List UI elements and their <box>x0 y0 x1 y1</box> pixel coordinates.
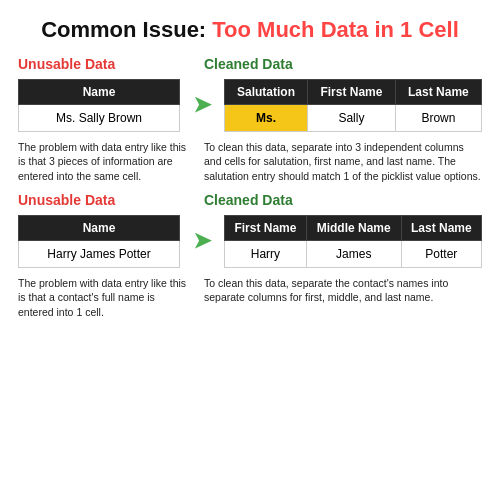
section2-cleaned-desc: To clean this data, separate the contact… <box>204 276 482 305</box>
section1-arrow: ➤ <box>188 92 216 118</box>
divider <box>18 184 482 192</box>
section2-cleaned-col-lastname: Last Name <box>401 215 481 240</box>
section1-cleaned-col-lastname: Last Name <box>395 79 481 104</box>
section1-unusable-cell-name: Ms. Sally Brown <box>19 104 180 131</box>
section2-cleaned-col-firstname: First Name <box>225 215 307 240</box>
section2-cleaned-label: Cleaned Data <box>204 192 482 208</box>
section2-unusable-desc-block: The problem with data entry like this is… <box>18 271 190 320</box>
section1-unusable-table-wrap: Name Ms. Sally Brown <box>18 79 180 132</box>
section2-desc-row: The problem with data entry like this is… <box>18 271 482 320</box>
section2-unusable-label: Unusable Data <box>18 192 190 208</box>
section1-cleaned-cell-firstname: Sally <box>308 104 396 131</box>
section2-arrow: ➤ <box>188 228 216 254</box>
section2-unusable-table-wrap: Name Harry James Potter <box>18 215 180 268</box>
section2-unusable-desc: The problem with data entry like this is… <box>18 276 190 320</box>
section1-cleaned-label-block: Cleaned Data <box>204 56 482 77</box>
section2-cleaned-cell-firstname: Harry <box>225 240 307 267</box>
section1-unusable-desc-block: The problem with data entry like this is… <box>18 135 190 184</box>
section2-unusable-label-block: Unusable Data <box>18 192 190 213</box>
section1-cleaned-label: Cleaned Data <box>204 56 482 72</box>
section2-cleaned-col-middlename: Middle Name <box>306 215 401 240</box>
title-prefix: Common Issue: <box>41 17 212 42</box>
section2-table-row: Name Harry James Potter ➤ First Name <box>18 215 482 268</box>
section2-cleaned-cell-lastname: Potter <box>401 240 481 267</box>
section1-table-row: Name Ms. Sally Brown ➤ Salutation <box>18 79 482 132</box>
section1-cleaned-col-firstname: First Name <box>308 79 396 104</box>
section2-labels: Unusable Data Cleaned Data <box>18 192 482 213</box>
section1-cleaned-table-wrap: Salutation First Name Last Name Ms. Sall… <box>224 79 482 132</box>
section1-cleaned-cell-lastname: Brown <box>395 104 481 131</box>
section1-unusable-col-name: Name <box>19 79 180 104</box>
section1-unusable-label-block: Unusable Data <box>18 56 190 77</box>
section2-cleaned-label-block: Cleaned Data <box>204 192 482 213</box>
section1-cleaned-col-salutation: Salutation <box>225 79 308 104</box>
section1-unusable-table: Name Ms. Sally Brown <box>18 79 180 132</box>
section2-cleaned-table: First Name Middle Name Last Name Harry J… <box>224 215 482 268</box>
page-title: Common Issue: Too Much Data in 1 Cell <box>18 16 482 44</box>
section2-cleaned-desc-block: To clean this data, separate the contact… <box>204 271 482 320</box>
section1-labels: Unusable Data Cleaned Data <box>18 56 482 77</box>
section2-cleaned-table-wrap: First Name Middle Name Last Name Harry J… <box>224 215 482 268</box>
section1-unusable-label: Unusable Data <box>18 56 190 72</box>
section2-unusable-col-name: Name <box>19 215 180 240</box>
section1-cleaned-desc: To clean this data, separate into 3 inde… <box>204 140 482 184</box>
section2-cleaned-cell-middlename: James <box>306 240 401 267</box>
main-container: Common Issue: Too Much Data in 1 Cell Un… <box>0 0 500 500</box>
section1-cleaned-desc-block: To clean this data, separate into 3 inde… <box>204 135 482 184</box>
section1-cleaned-table: Salutation First Name Last Name Ms. Sall… <box>224 79 482 132</box>
title-highlight: Too Much Data in 1 Cell <box>212 17 459 42</box>
section2-unusable-cell-name: Harry James Potter <box>19 240 180 267</box>
section1-unusable-desc: The problem with data entry like this is… <box>18 140 190 184</box>
section2-unusable-table: Name Harry James Potter <box>18 215 180 268</box>
section1-desc-row: The problem with data entry like this is… <box>18 135 482 184</box>
section1-cleaned-cell-salutation: Ms. <box>225 104 308 131</box>
